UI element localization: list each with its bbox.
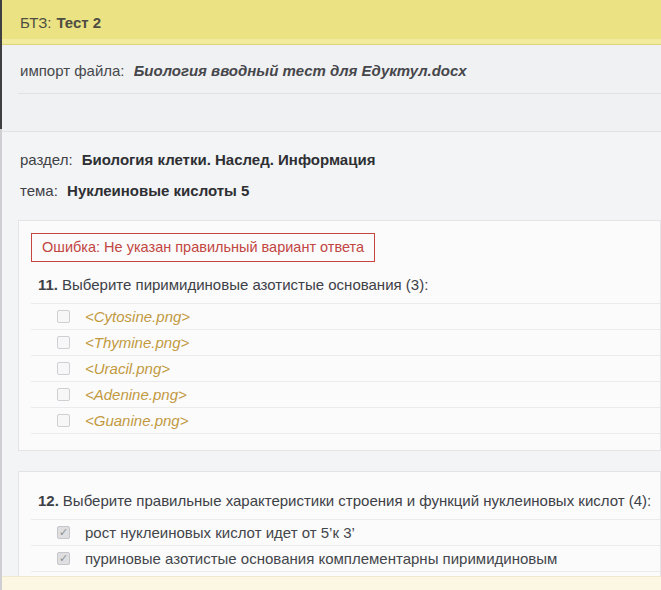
checkbox[interactable] xyxy=(57,336,70,349)
section-label: раздел: xyxy=(20,151,73,168)
checkbox[interactable] xyxy=(57,414,70,427)
section-line: раздел: Биология клетки. Наслед. Информа… xyxy=(20,151,661,168)
option-label: <Guanine.png> xyxy=(85,412,188,429)
checkbox[interactable] xyxy=(57,388,70,401)
import-review-page: БТЗ: Тест 2 импорт файла: Биология вводн… xyxy=(0,0,661,590)
question-card-11: Ошибка: Не указан правильный вариант отв… xyxy=(18,220,661,451)
import-file-label: импорт файла: xyxy=(20,62,125,79)
topic-line: тема: Нуклеиновые кислоты 5 xyxy=(20,182,661,199)
import-file-row: импорт файла: Биология вводный тест для … xyxy=(0,45,661,93)
import-file-name: Биология вводный тест для Едуктул.docx xyxy=(134,62,467,79)
error-message: Ошибка: Не указан правильный вариант отв… xyxy=(31,233,375,262)
topic-value: Нуклеиновые кислоты 5 xyxy=(67,182,249,199)
window-left-edge-light xyxy=(0,129,2,590)
question-11-text: 11.Выберите пиримидиновые азотистые осно… xyxy=(38,276,660,293)
option-label: <Cytosine.png> xyxy=(85,308,190,325)
page-title: Тест 2 xyxy=(56,14,101,31)
option-label: рост нуклеиновых кислот идет от 5’к 3’ xyxy=(85,524,355,541)
question-12-number: 12. xyxy=(38,492,59,509)
checkbox[interactable] xyxy=(57,310,70,323)
topic-label: тема: xyxy=(20,182,58,199)
window-left-edge-dark xyxy=(0,0,2,129)
option-row: пуриновые азотистые основания комплемент… xyxy=(31,545,660,571)
option-label: <Thymine.png> xyxy=(85,334,189,351)
question-12-body: Выберите правильные характеристики строе… xyxy=(63,492,651,509)
option-label: <Uracil.png> xyxy=(85,360,170,377)
option-label: <Adenine.png> xyxy=(85,386,187,403)
question-12-text: 12.Выберите правильные характеристики ст… xyxy=(38,492,660,509)
checkbox-checked[interactable] xyxy=(57,552,70,565)
option-row: <Thymine.png> xyxy=(31,329,660,355)
app-label: БТЗ: xyxy=(20,14,51,31)
question-11-number: 11. xyxy=(38,276,58,293)
main-content: раздел: Биология клетки. Наслед. Информа… xyxy=(0,132,661,590)
question-11-body: Выберите пиримидиновые азотистые основан… xyxy=(62,276,428,293)
option-row: <Adenine.png> xyxy=(31,381,660,407)
checkbox-checked[interactable] xyxy=(57,526,70,539)
question-card-12: 12.Выберите правильные характеристики ст… xyxy=(18,471,661,590)
footer-bar xyxy=(0,576,661,590)
import-section: импорт файла: Биология вводный тест для … xyxy=(0,45,661,132)
question-11-options: <Cytosine.png> <Thymine.png> <Uracil.png… xyxy=(31,303,660,434)
option-row: <Cytosine.png> xyxy=(31,303,660,329)
option-label: пуриновые азотистые основания комплемент… xyxy=(85,550,557,567)
app-header: БТЗ: Тест 2 xyxy=(0,0,661,45)
section-value: Биология клетки. Наслед. Информация xyxy=(82,151,376,168)
divider xyxy=(0,94,661,132)
option-row: <Uracil.png> xyxy=(31,355,660,381)
option-row: <Guanine.png> xyxy=(31,407,660,433)
option-row: рост нуклеиновых кислот идет от 5’к 3’ xyxy=(31,519,660,545)
checkbox[interactable] xyxy=(57,362,70,375)
